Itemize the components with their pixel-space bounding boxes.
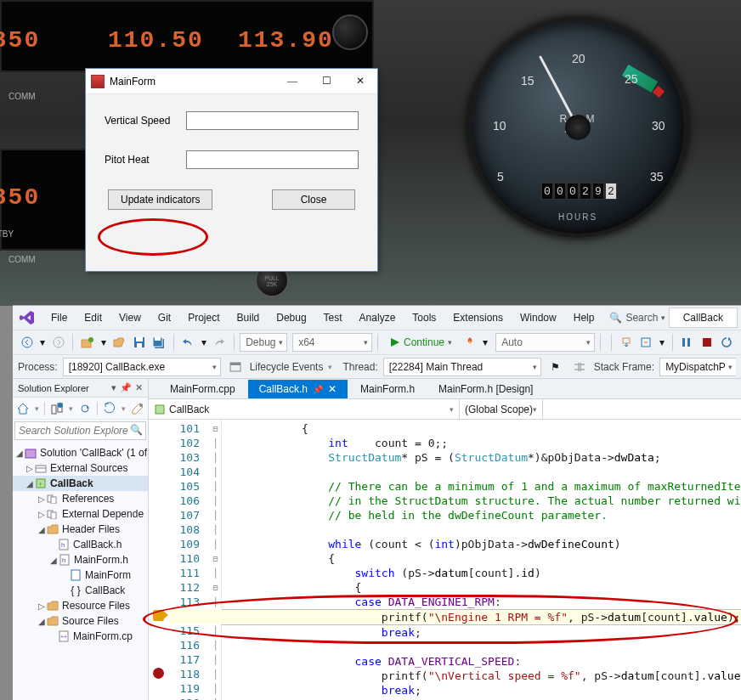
tab-callback-h[interactable]: CallBack.h📌✕: [248, 380, 348, 398]
search-icon[interactable]: 🔍: [130, 424, 143, 436]
nav-back-dropdown[interactable]: ▾: [37, 333, 48, 352]
home-dropdown[interactable]: ▾: [35, 404, 39, 413]
pitot-input[interactable]: [186, 150, 359, 169]
panel-close-icon[interactable]: ✕: [135, 382, 143, 393]
current-statement-marker[interactable]: [153, 610, 164, 621]
menu-analyze[interactable]: Analyze: [351, 308, 404, 327]
mainform-h-node[interactable]: MainForm.h: [74, 554, 128, 566]
refresh-dropdown[interactable]: ▾: [122, 404, 126, 413]
stackframe-select[interactable]: MyDispatchP: [659, 358, 736, 376]
callback-ns-node[interactable]: CallBack: [85, 584, 125, 596]
close-button[interactable]: ✕: [343, 70, 377, 93]
properties-icon[interactable]: [131, 402, 144, 415]
solution-search-input[interactable]: [14, 421, 146, 440]
menu-debug[interactable]: Debug: [268, 308, 314, 327]
code-area[interactable]: 1011021031041051061071081091101111121131…: [149, 420, 741, 700]
platform-select[interactable]: x64: [292, 333, 372, 352]
solution-tree[interactable]: ◢Solution 'CallBack' (1 of ▷External Sou…: [13, 443, 148, 700]
breakpoint-marker[interactable]: [153, 668, 164, 679]
undo-button[interactable]: [179, 333, 197, 352]
menu-git[interactable]: Git: [150, 308, 179, 327]
continue-button[interactable]: Continue ▾: [383, 336, 459, 348]
nav-fwd-button[interactable]: [49, 333, 67, 352]
mainform-titlebar[interactable]: MainForm — ☐ ✕: [86, 69, 377, 94]
debug-dropdown[interactable]: ▾: [657, 333, 667, 352]
redo-button[interactable]: [211, 333, 229, 352]
maximize-button[interactable]: ☐: [309, 70, 343, 93]
undo-dropdown[interactable]: ▾: [199, 333, 209, 352]
source-files-node[interactable]: Source Files: [62, 615, 119, 627]
save-button[interactable]: [130, 333, 148, 352]
minimize-button[interactable]: —: [275, 70, 309, 93]
show-next-statement-button[interactable]: [637, 333, 656, 352]
nav-back-button[interactable]: [18, 333, 36, 352]
vspeed-input[interactable]: [186, 111, 359, 130]
radio-knob[interactable]: [332, 14, 368, 50]
new-dropdown[interactable]: ▾: [99, 333, 109, 352]
solution-explorer-header[interactable]: Solution Explorer ▾ 📌 ✕: [13, 379, 148, 398]
tab-mainform-cpp[interactable]: MainForm.cpp: [159, 380, 246, 398]
references-node[interactable]: References: [62, 493, 114, 505]
project-node[interactable]: CallBack: [50, 477, 93, 489]
editor-navbar: CallBack (Global Scope): [149, 399, 741, 420]
fold-gutter[interactable]: ⊟││││││││⊟│⊟││││││││: [210, 420, 222, 700]
menu-view[interactable]: View: [110, 308, 150, 327]
sync-icon[interactable]: [78, 402, 92, 415]
lifecycle-label[interactable]: Lifecycle Events: [250, 361, 324, 373]
config-select[interactable]: Debug: [240, 333, 287, 352]
mainform-node[interactable]: MainForm: [85, 569, 131, 581]
menu-build[interactable]: Build: [229, 308, 269, 327]
source-code[interactable]: { int count = 0;; StructDatum* pS = (Str…: [222, 420, 741, 700]
restart-button[interactable]: [718, 333, 736, 352]
switch-dropdown[interactable]: ▾: [69, 404, 73, 413]
save-all-button[interactable]: [150, 333, 167, 352]
pin-icon[interactable]: 📌: [120, 382, 132, 393]
hot-reload-dropdown[interactable]: ▾: [480, 333, 490, 352]
vs-search[interactable]: 🔍 Search ▾: [609, 312, 665, 324]
svg-rect-17: [52, 405, 56, 414]
menu-help[interactable]: Help: [565, 308, 603, 327]
radio1-freq3: 113.90: [238, 27, 334, 54]
close-tab-icon[interactable]: ✕: [328, 383, 337, 395]
home-icon[interactable]: [16, 402, 30, 415]
open-button[interactable]: [110, 333, 128, 352]
menu-edit[interactable]: Edit: [76, 308, 110, 327]
thread-group-icon[interactable]: [570, 358, 589, 376]
menu-tools[interactable]: Tools: [404, 308, 444, 327]
resource-files-node[interactable]: Resource Files: [62, 600, 130, 612]
step-into-button[interactable]: [617, 333, 635, 352]
external-sources-node[interactable]: External Sources: [50, 462, 127, 474]
update-indicators-button[interactable]: Update indicators: [108, 189, 212, 210]
lifecycle-icon[interactable]: [226, 358, 245, 376]
refresh-icon[interactable]: [103, 402, 116, 415]
thread-select[interactable]: [22284] Main Thread: [383, 358, 541, 376]
panel-dropdown-icon[interactable]: ▾: [111, 382, 116, 393]
stop-button[interactable]: [698, 333, 716, 352]
auto-select[interactable]: Auto: [495, 333, 595, 352]
pin-icon[interactable]: 📌: [313, 385, 323, 394]
tab-mainform-h[interactable]: MainForm.h: [349, 380, 426, 398]
header-files-node[interactable]: Header Files: [62, 523, 120, 535]
process-select[interactable]: [18920] CallBack.exe: [63, 358, 221, 376]
callback-h-node[interactable]: CallBack.h: [73, 539, 122, 550]
flag-icon[interactable]: ⚑: [546, 358, 565, 376]
mainform-cpp-node[interactable]: MainForm.cp: [73, 630, 133, 642]
menu-test[interactable]: Test: [315, 308, 351, 327]
menu-extensions[interactable]: Extensions: [444, 308, 512, 327]
menu-project[interactable]: Project: [179, 308, 228, 327]
project-scope-select[interactable]: CallBack: [149, 399, 460, 419]
breakpoint-margin[interactable]: [149, 420, 169, 700]
tach-hour-counter: 0 0 0 2 9 2: [541, 183, 617, 200]
form-close-button[interactable]: Close: [272, 189, 355, 210]
pause-button[interactable]: [678, 333, 696, 352]
switch-views-icon[interactable]: [50, 402, 64, 415]
code-scope-select[interactable]: (Global Scope): [460, 399, 543, 419]
external-deps-node[interactable]: External Depende: [62, 508, 144, 520]
active-project[interactable]: CallBack: [669, 308, 738, 328]
menu-file[interactable]: File: [42, 308, 76, 327]
solution-node[interactable]: Solution 'CallBack' (1 of: [40, 447, 147, 459]
menu-window[interactable]: Window: [512, 308, 565, 327]
tab-mainform-design[interactable]: MainForm.h [Design]: [427, 380, 544, 398]
new-project-button[interactable]: [78, 333, 96, 352]
hot-reload-button[interactable]: [461, 333, 478, 352]
